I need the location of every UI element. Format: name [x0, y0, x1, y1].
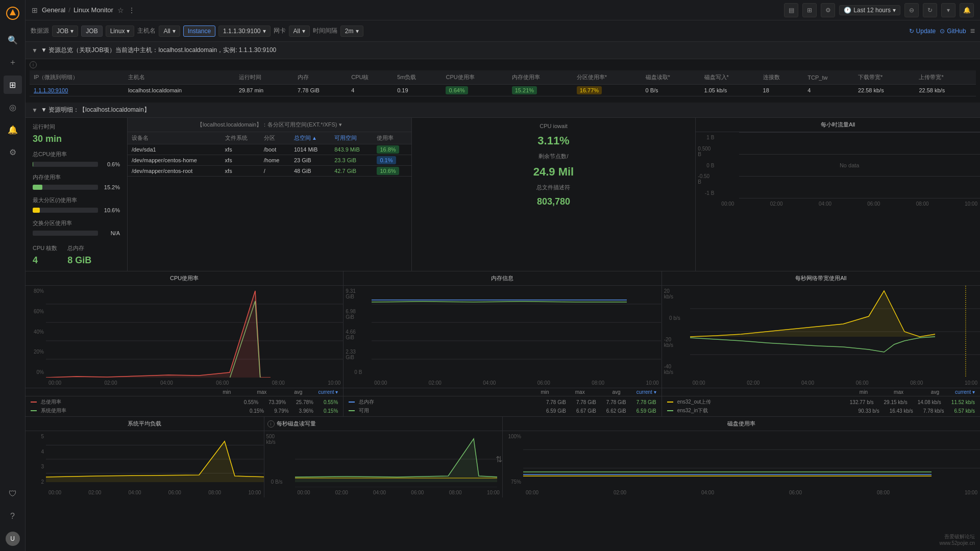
cpu-cores-cell: 4: [347, 85, 393, 96]
host-select[interactable]: All ▾: [159, 26, 180, 37]
job-tag[interactable]: JOB: [81, 26, 102, 37]
swap-label: 交换分区使用率: [33, 219, 120, 227]
swap-progress-wrap: [33, 231, 98, 236]
charts-row: CPU使用率 80% 60% 40% 20% 0%: [26, 271, 980, 417]
total-memory-label: 总内存: [67, 244, 91, 252]
refresh-icon: ↻: [909, 28, 914, 35]
cpu-chart-svg: [46, 286, 343, 378]
zoom-out-btn[interactable]: ⊖: [904, 3, 919, 17]
disk-row-3: /dev/mapper/centos-root xfs / 48 GiB 42.…: [128, 166, 411, 177]
mem-avail-values: 6.59 GiB 6.67 GiB 6.62 GiB 6.59 GiB: [546, 408, 656, 414]
download-cell: 22.58 kb/s: [854, 85, 915, 96]
chart-resize-handle[interactable]: ⇅: [496, 455, 502, 464]
max-disk-bar-val: 10.6%: [102, 207, 120, 213]
gear-btn[interactable]: ⚙: [821, 3, 835, 17]
chevron-down-icon: ▾: [70, 28, 74, 35]
cpu-y-labels: 80% 60% 40% 20% 0%: [26, 286, 46, 378]
th-device: 设备名: [128, 132, 221, 144]
sidebar-item-compass[interactable]: ◎: [4, 98, 22, 116]
cpu-total-color: [31, 402, 37, 403]
mem-total-label: 总内存: [359, 398, 374, 406]
table-btn[interactable]: ⊞: [802, 3, 817, 17]
sidebar-item-add[interactable]: ＋: [4, 53, 22, 71]
sidebar-item-search[interactable]: 🔍: [4, 31, 22, 49]
grid-line-1: [739, 132, 980, 133]
disk-dropdown-icon[interactable]: ▾: [339, 121, 342, 128]
th-cpu-usage: CPU使用率: [442, 70, 507, 85]
cpu-cores-value: 4: [33, 255, 57, 266]
time-range-selector[interactable]: 🕐 Last 12 hours ▾: [839, 5, 900, 15]
instance-tag[interactable]: Instance: [183, 26, 215, 37]
sidebar-item-bell[interactable]: 🔔: [4, 120, 22, 139]
net-lh-avg: avg: [914, 389, 939, 395]
available-1: 843.9 MiB: [330, 144, 373, 155]
overview-chevron[interactable]: ▼: [32, 47, 38, 54]
chevron-down-icon: ▾: [263, 28, 266, 35]
menu-icon[interactable]: ≡: [970, 27, 975, 36]
network-y-labels: 20 kb/s 0 b/s -20 kb/s -40 kb/s: [662, 286, 682, 378]
sidebar-item-dashboard[interactable]: ⊞: [4, 76, 22, 94]
alert-btn[interactable]: 🔔: [960, 3, 974, 17]
y-label-500mB: 0.500 B: [698, 146, 714, 157]
sidebar-item-settings[interactable]: ⚙: [4, 143, 22, 161]
grid-line-3: [739, 176, 980, 177]
net-down-label: ens32_in下载: [677, 407, 708, 414]
cpu-sys-current: 0.15%: [324, 408, 338, 414]
os-select[interactable]: Linux ▾: [106, 26, 135, 37]
th-connections: 连接数: [759, 70, 804, 85]
hostname-cell: localhost.localdomain: [124, 85, 235, 96]
refresh-btn[interactable]: ↻: [923, 3, 937, 17]
mem-lh-current[interactable]: current ▾: [631, 389, 656, 395]
mem-y-2: 6.98 GiB: [346, 309, 362, 320]
system-load-y-labels: 5 4 3 2: [26, 431, 46, 487]
cpu-lh-current[interactable]: current ▾: [312, 389, 338, 395]
datasource-label: 数据源: [31, 27, 49, 35]
datasource-select[interactable]: JOB ▾: [52, 26, 78, 37]
th-memory: 内存: [293, 70, 347, 85]
th-mount: 分区: [260, 132, 290, 144]
star-icon[interactable]: ☆: [117, 6, 124, 14]
breadcrumb-sep: /: [68, 6, 70, 14]
cpu-chart-area: 80% 60% 40% 20% 0%: [26, 286, 343, 388]
filter-bar-right: ↻ Update ⊙ GitHub ≡: [909, 27, 975, 36]
flow-chart-title: 每小时流量All: [696, 118, 980, 132]
net-lh-current[interactable]: current ▾: [949, 389, 975, 395]
cpu-cores-total-row: CPU 核数 4 总内存 8 GiB: [33, 244, 120, 266]
top-header: ⊞ General / Linux Monitor ☆ ⋮ ▤ ⊞ ⚙ 🕐 La…: [26, 0, 980, 20]
chevron-down-icon: ▾: [356, 28, 359, 35]
th-mem-usage: 内存使用率: [508, 70, 573, 85]
ip-link[interactable]: 1.1.1.30:9100: [34, 87, 68, 93]
disk-io-info-icon[interactable]: i: [267, 420, 275, 428]
network-select[interactable]: All ▾: [289, 26, 310, 37]
bar-chart-btn[interactable]: ▤: [784, 3, 798, 17]
update-button[interactable]: ↻ Update: [909, 28, 936, 35]
cpu-usage-bar-row: 0.6%: [33, 161, 120, 167]
total-2: 23 GiB: [290, 155, 330, 166]
sidebar-item-avatar[interactable]: U: [6, 532, 20, 546]
breadcrumb: General / Linux Monitor: [42, 6, 113, 14]
spacer-panel: i 每秒磁盘读写量 500 kb/s 0 B/s: [264, 417, 503, 497]
sidebar-item-shield[interactable]: 🛡: [4, 485, 22, 503]
available-3: 42.7 GiB: [330, 166, 373, 177]
flow-chart-x-labels: 00:00 02:00 04:00 06:00 08:00 10:00: [719, 198, 980, 209]
refresh-dropdown-btn[interactable]: ▾: [941, 3, 955, 17]
breadcrumb-general[interactable]: General: [42, 6, 65, 14]
y-label-n1B: -1 B: [705, 190, 714, 196]
time-label: 时间间隔: [313, 27, 337, 35]
github-button[interactable]: ⊙ GitHub: [940, 28, 966, 35]
fs-1: xfs: [221, 144, 260, 155]
disk-usage-cell: 16.77%: [573, 85, 642, 96]
cpu-y-60: 60%: [34, 309, 44, 314]
sidebar-item-help[interactable]: ?: [4, 507, 22, 525]
time-interval-select[interactable]: 2m ▾: [340, 26, 363, 37]
cpu-total-label: 总使用率: [41, 398, 61, 406]
cpu-y-20: 20%: [34, 349, 44, 355]
disk-row-2: /dev/mapper/centos-home xfs /home 23 GiB…: [128, 155, 411, 166]
detail-chevron[interactable]: ▼: [32, 107, 38, 114]
cpu-chart-title: CPU使用率: [26, 271, 343, 286]
th-total[interactable]: 总空间 ▲: [290, 132, 330, 144]
instance-select[interactable]: 1.1.1.30:9100 ▾: [218, 26, 270, 37]
share-icon[interactable]: ⋮: [128, 6, 135, 14]
net-up-avg: 14.08 kb/s: [918, 399, 941, 405]
info-icon[interactable]: i: [30, 61, 37, 68]
